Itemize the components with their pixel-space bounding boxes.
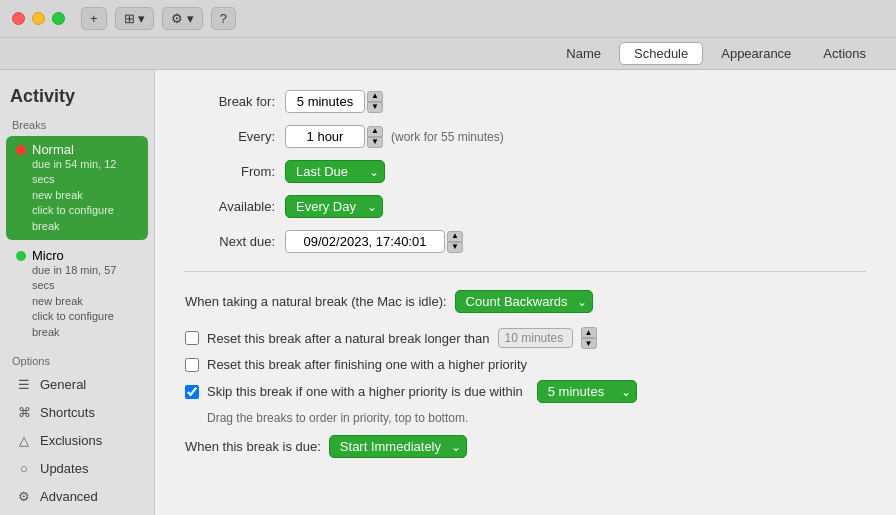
reset1-label: Reset this break after a natural break l…	[207, 331, 490, 346]
updates-label: Updates	[40, 461, 88, 476]
add-button[interactable]: +	[81, 7, 107, 30]
every-up[interactable]: ▲	[367, 126, 383, 137]
skip-dropdown-wrap[interactable]: 5 minutes 10 minutes 15 minutes	[537, 380, 637, 403]
from-dropdown[interactable]: Last Due Last Taken Fixed Time	[285, 160, 385, 183]
dot-micro	[16, 251, 26, 261]
dot-normal	[16, 145, 26, 155]
next-due-stepper[interactable]: ▲ ▼	[285, 230, 463, 253]
every-stepper[interactable]: ▲ ▼	[285, 125, 383, 148]
skip-checkbox[interactable]	[185, 385, 199, 399]
available-row: Available: Every Day Weekdays Weekends	[185, 195, 866, 218]
help-button[interactable]: ?	[211, 7, 236, 30]
shortcuts-icon: ⌘	[16, 405, 32, 421]
break-for-arrows: ▲ ▼	[367, 91, 383, 113]
every-input[interactable]	[285, 125, 365, 148]
next-due-row: Next due: ▲ ▼	[185, 230, 866, 253]
available-dropdown-wrap[interactable]: Every Day Weekdays Weekends	[285, 195, 383, 218]
natural-break-dropdown-wrap[interactable]: Count Backwards Pause Timer Reset Timer	[455, 290, 593, 313]
next-due-up[interactable]: ▲	[447, 231, 463, 242]
tab-bar: Name Schedule Appearance Actions	[0, 38, 896, 70]
general-icon: ☰	[16, 377, 32, 393]
when-due-row: When this break is due: Start Immediatel…	[185, 435, 866, 458]
skip-label: Skip this break if one with a higher pri…	[207, 384, 523, 399]
tab-schedule[interactable]: Schedule	[619, 42, 703, 65]
natural-break-row: When taking a natural break (the Mac is …	[185, 290, 866, 313]
normal-sub2: new break	[32, 188, 138, 203]
skip-row: Skip this break if one with a higher pri…	[185, 380, 866, 403]
available-dropdown[interactable]: Every Day Weekdays Weekends	[285, 195, 383, 218]
schedule-content: Break for: ▲ ▼ Every: ▲ ▼ (work for 55 m…	[155, 70, 896, 515]
from-row: From: Last Due Last Taken Fixed Time	[185, 160, 866, 183]
reset2-label: Reset this break after finishing one wit…	[207, 357, 527, 372]
micro-name: Micro	[32, 248, 138, 263]
micro-sub1: due in 18 min, 57 secs	[32, 263, 138, 294]
sidebar-item-exclusions[interactable]: △ Exclusions	[6, 428, 148, 454]
sidebar-item-micro[interactable]: Micro due in 18 min, 57 secs new break c…	[6, 242, 148, 346]
options-section-label: Options	[0, 347, 154, 371]
when-due-label: When this break is due:	[185, 439, 321, 454]
reset1-row: Reset this break after a natural break l…	[185, 327, 866, 349]
shortcuts-label: Shortcuts	[40, 405, 95, 420]
sidebar-item-advanced[interactable]: ⚙ Advanced	[6, 484, 148, 510]
maximize-button[interactable]	[52, 12, 65, 25]
advanced-icon: ⚙	[16, 489, 32, 505]
close-button[interactable]	[12, 12, 25, 25]
every-down[interactable]: ▼	[367, 137, 383, 148]
divider-1	[185, 271, 866, 272]
sidebar-item-normal[interactable]: Normal due in 54 min, 12 secs new break …	[6, 136, 148, 240]
reset1-up[interactable]: ▲	[581, 327, 597, 338]
break-for-row: Break for: ▲ ▼	[185, 90, 866, 113]
tab-name[interactable]: Name	[552, 43, 615, 64]
normal-sub3: click to configure break	[32, 203, 138, 234]
reset1-checkbox[interactable]	[185, 331, 199, 345]
natural-break-label: When taking a natural break (the Mac is …	[185, 294, 447, 309]
normal-text: Normal due in 54 min, 12 secs new break …	[32, 142, 138, 234]
sidebar-item-general[interactable]: ☰ General	[6, 372, 148, 398]
from-label: From:	[185, 164, 275, 179]
toolbar-actions: + ⊞ ▾ ⚙ ▾ ?	[81, 7, 884, 30]
view-button[interactable]: ⊞ ▾	[115, 7, 155, 30]
every-label: Every:	[185, 129, 275, 144]
advanced-label: Advanced	[40, 489, 98, 504]
break-for-label: Break for:	[185, 94, 275, 109]
skip-dropdown[interactable]: 5 minutes 10 minutes 15 minutes	[537, 380, 637, 403]
sidebar-item-shortcuts[interactable]: ⌘ Shortcuts	[6, 400, 148, 426]
general-label: General	[40, 377, 86, 392]
micro-sub2: new break	[32, 294, 138, 309]
break-for-down[interactable]: ▼	[367, 102, 383, 113]
micro-text: Micro due in 18 min, 57 secs new break c…	[32, 248, 138, 340]
sidebar-activity-title: Activity	[0, 78, 154, 111]
reset1-down[interactable]: ▼	[581, 338, 597, 349]
next-due-input[interactable]	[285, 230, 445, 253]
available-label: Available:	[185, 199, 275, 214]
natural-break-dropdown[interactable]: Count Backwards Pause Timer Reset Timer	[455, 290, 593, 313]
tab-actions[interactable]: Actions	[809, 43, 880, 64]
reset1-minutes-input[interactable]	[498, 328, 573, 348]
micro-sub3: click to configure break	[32, 309, 138, 340]
sidebar: Activity Breaks Normal due in 54 min, 12…	[0, 70, 155, 515]
break-for-stepper[interactable]: ▲ ▼	[285, 90, 383, 113]
minimize-button[interactable]	[32, 12, 45, 25]
exclusions-label: Exclusions	[40, 433, 102, 448]
updates-icon: ○	[16, 461, 32, 477]
tab-appearance[interactable]: Appearance	[707, 43, 805, 64]
reset2-checkbox[interactable]	[185, 358, 199, 372]
every-hint: (work for 55 minutes)	[391, 130, 504, 144]
reset1-arrows: ▲ ▼	[581, 327, 597, 349]
break-for-up[interactable]: ▲	[367, 91, 383, 102]
next-due-arrows: ▲ ▼	[447, 231, 463, 253]
every-row: Every: ▲ ▼ (work for 55 minutes)	[185, 125, 866, 148]
sidebar-item-updates[interactable]: ○ Updates	[6, 456, 148, 482]
window-controls	[12, 12, 65, 25]
next-due-down[interactable]: ▼	[447, 242, 463, 253]
from-dropdown-wrap[interactable]: Last Due Last Taken Fixed Time	[285, 160, 385, 183]
every-arrows: ▲ ▼	[367, 126, 383, 148]
main-layout: Activity Breaks Normal due in 54 min, 12…	[0, 70, 896, 515]
breaks-section-label: Breaks	[0, 111, 154, 135]
break-for-input[interactable]	[285, 90, 365, 113]
when-due-dropdown-wrap[interactable]: Start Immediately Prompt User Skip	[329, 435, 467, 458]
settings-button[interactable]: ⚙ ▾	[162, 7, 203, 30]
next-due-label: Next due:	[185, 234, 275, 249]
when-due-dropdown[interactable]: Start Immediately Prompt User Skip	[329, 435, 467, 458]
normal-name: Normal	[32, 142, 138, 157]
